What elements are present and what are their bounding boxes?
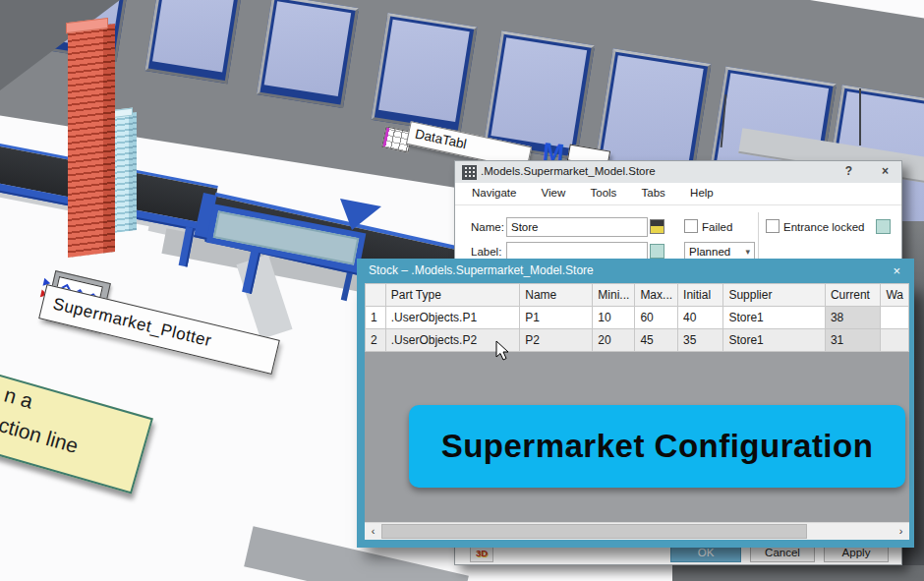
cell-initial[interactable]: 40 xyxy=(678,307,723,329)
close-icon[interactable]: × xyxy=(893,259,900,283)
close-icon[interactable]: × xyxy=(882,164,889,178)
col-wa[interactable]: Wa xyxy=(881,284,909,307)
part-stack-red xyxy=(68,24,115,258)
cell-rownum[interactable]: 1 xyxy=(366,307,386,329)
entrance-locked-checkbox[interactable] xyxy=(766,219,780,233)
connector-arrow-icon xyxy=(340,195,385,232)
stock-window-title: Stock – .Models.Supermarket_Model.Store xyxy=(369,263,594,277)
stock-window-titlebar[interactable]: Stock – .Models.Supermarket_Model.Store … xyxy=(357,259,914,283)
col-maximum[interactable]: Max... xyxy=(635,284,678,307)
col-initial[interactable]: Initial xyxy=(678,284,723,307)
supermarket-configuration-banner: Supermarket Configuration xyxy=(409,405,905,488)
window-glass xyxy=(152,0,235,72)
cell-supplier[interactable]: Store1 xyxy=(723,329,826,352)
col-rownum[interactable] xyxy=(366,284,386,307)
wall-window xyxy=(371,13,477,134)
table-row[interactable]: 1 .UserObjects.P1 P1 10 60 40 Store1 38 xyxy=(366,307,909,329)
window-glass xyxy=(601,55,703,176)
window-glass xyxy=(491,37,587,148)
cell-maximum[interactable]: 60 xyxy=(635,307,678,329)
scrollbar-thumb[interactable] xyxy=(381,524,807,539)
failed-label: Failed xyxy=(702,221,732,233)
scroll-right-arrow[interactable]: › xyxy=(893,523,909,540)
cell-current[interactable]: 31 xyxy=(825,329,880,352)
cell-name[interactable]: P1 xyxy=(520,307,593,329)
table-header-row: Part Type Name Mini... Max... Initial Su… xyxy=(366,284,909,307)
name-label: Name: xyxy=(471,221,504,233)
store-dialog-title: .Models.Supermarket_Model.Store xyxy=(481,165,656,177)
scene-post xyxy=(859,88,861,145)
failed-checkbox[interactable] xyxy=(684,219,698,233)
cell-name[interactable]: P2 xyxy=(520,329,593,352)
cell-supplier[interactable]: Store1 xyxy=(723,307,826,329)
cell-wa[interactable] xyxy=(881,307,909,329)
mouse-cursor xyxy=(495,340,511,362)
cell-minimum[interactable]: 10 xyxy=(593,307,635,329)
cell-rownum[interactable]: 2 xyxy=(366,329,386,352)
cell-wa[interactable] xyxy=(881,329,909,352)
conveyor-leg xyxy=(242,250,260,294)
stack-side xyxy=(103,24,115,253)
help-icon[interactable]: ? xyxy=(845,164,852,178)
scroll-left-arrow[interactable]: ‹ xyxy=(365,523,381,540)
comment-note: n a ction line xyxy=(0,362,153,494)
horizontal-scrollbar[interactable]: ‹ › xyxy=(365,522,909,540)
plant-simulation-screen: { "scene": { "plotter_label": "Supermark… xyxy=(0,0,924,581)
col-current[interactable]: Current xyxy=(825,284,880,307)
menu-tools[interactable]: Tools xyxy=(580,183,628,199)
inherit-indicator[interactable] xyxy=(876,219,891,234)
window-glass xyxy=(264,1,352,96)
menu-tabs[interactable]: Tabs xyxy=(631,183,676,199)
window-glass xyxy=(378,20,470,122)
planned-value: Planned xyxy=(689,246,730,258)
wall-window xyxy=(257,0,359,108)
cell-initial[interactable]: 35 xyxy=(678,329,723,352)
col-minimum[interactable]: Mini... xyxy=(593,284,635,307)
entrance-locked-label: Entrance locked xyxy=(783,221,864,233)
label-label: Label: xyxy=(471,246,501,258)
menu-view[interactable]: View xyxy=(531,183,577,199)
col-supplier[interactable]: Supplier xyxy=(723,284,826,307)
store-menubar: Navigate View Tools Tabs Help xyxy=(455,183,901,205)
cell-minimum[interactable]: 20 xyxy=(593,329,635,352)
name-field[interactable]: Store xyxy=(506,217,648,237)
col-part-type[interactable]: Part Type xyxy=(385,284,520,307)
inherit-toggle-icon[interactable] xyxy=(650,219,664,234)
cell-maximum[interactable]: 45 xyxy=(635,329,678,352)
menu-navigate[interactable]: Navigate xyxy=(461,183,527,199)
menu-help[interactable]: Help xyxy=(679,183,724,199)
stock-window: Stock – .Models.Supermarket_Model.Store … xyxy=(357,283,914,548)
inherit-indicator[interactable] xyxy=(650,244,664,259)
stock-table: Part Type Name Mini... Max... Initial Su… xyxy=(365,283,909,352)
table-grid-icon xyxy=(462,165,477,180)
form-divider xyxy=(758,212,759,263)
dialog-shadow-bottom xyxy=(672,565,924,581)
stack-front xyxy=(68,26,103,258)
table-row[interactable]: 2 .UserObjects.P2 P2 20 45 35 Store1 31 xyxy=(366,329,909,352)
stack-side xyxy=(129,112,137,231)
wall-window xyxy=(144,0,242,84)
cell-part-type[interactable]: .UserObjects.P1 xyxy=(385,307,520,329)
cell-current[interactable]: 38 xyxy=(825,307,880,329)
col-name[interactable]: Name xyxy=(520,284,593,307)
store-dialog-titlebar[interactable]: .Models.Supermarket_Model.Store ? × xyxy=(455,161,901,184)
